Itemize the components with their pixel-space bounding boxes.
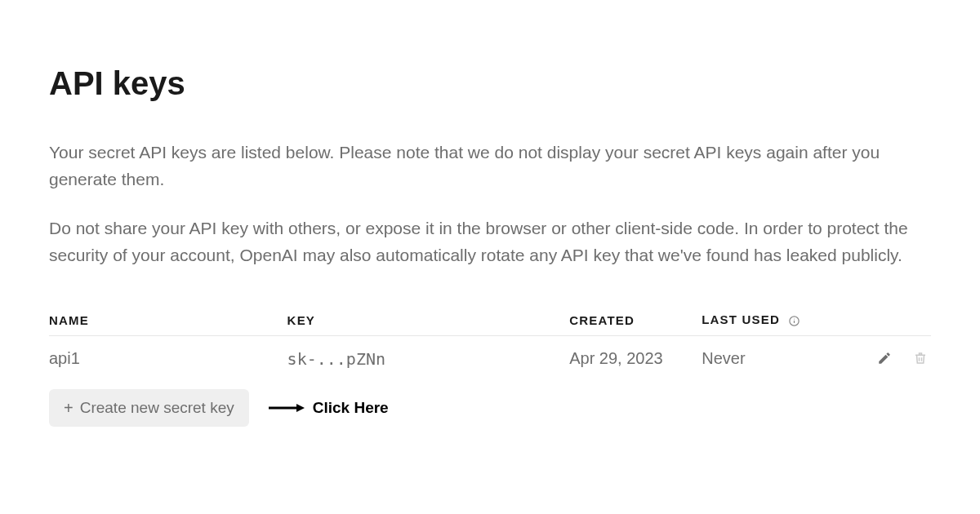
description-paragraph-1: Your secret API keys are listed below. P… [49, 140, 931, 193]
delete-button[interactable] [910, 348, 931, 369]
create-new-secret-key-button[interactable]: + Create new secret key [49, 389, 249, 427]
arrow-icon [267, 402, 305, 414]
svg-point-2 [794, 318, 795, 319]
api-keys-table: NAME KEY CREATED LAST USED api1 sk-...pZ… [49, 304, 931, 384]
cell-actions [861, 336, 931, 385]
page-title: API keys [49, 65, 931, 102]
cell-created: Apr 29, 2023 [569, 336, 702, 385]
annotation-label: Click Here [313, 399, 389, 417]
column-header-actions [861, 304, 931, 336]
create-button-label: Create new secret key [80, 399, 234, 417]
column-header-name: NAME [49, 304, 287, 336]
description-paragraph-2: Do not share your API key with others, o… [49, 215, 931, 268]
edit-button[interactable] [874, 348, 895, 369]
table-row: api1 sk-...pZNn Apr 29, 2023 Never [49, 336, 931, 385]
cell-key: sk-...pZNn [287, 336, 570, 385]
cell-name: api1 [49, 336, 287, 385]
column-header-key: KEY [287, 304, 570, 336]
column-header-last-used: LAST USED [702, 304, 860, 336]
trash-icon [913, 351, 928, 366]
column-header-created: CREATED [569, 304, 702, 336]
click-here-annotation: Click Here [267, 399, 389, 417]
plus-icon: + [64, 400, 74, 416]
svg-marker-4 [296, 404, 305, 412]
cell-last-used: Never [702, 336, 860, 385]
column-header-last-used-label: LAST USED [702, 312, 780, 326]
pencil-icon [877, 351, 892, 366]
info-icon[interactable] [787, 314, 800, 327]
